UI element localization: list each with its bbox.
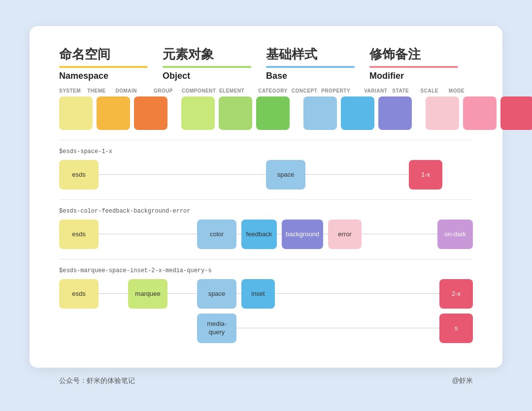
token1-line1 (99, 174, 266, 175)
token-code-3: $esds-marquee-space-inset-2-x-media-quer… (59, 267, 473, 274)
col-label-group: GROUP (154, 88, 178, 94)
token3-scale2: s (439, 314, 473, 343)
token2-system: esds (59, 220, 99, 249)
token-row-2: esds color feedback background error on-… (59, 220, 473, 249)
namespace-en: Namespace (59, 71, 163, 81)
token-section-1: $esds-space-1-x esds space 1-x (59, 148, 473, 190)
token3-line5 (236, 328, 439, 328)
col-label-concept: CONCEPT (292, 88, 317, 94)
col-labels-row: SYSTEM THEME DOMAIN GROUP COMPONENT ELEM… (59, 88, 473, 94)
col-label-mode: MODE (449, 88, 473, 94)
token-section-2: $esds-color-feedback-background-error es… (59, 208, 473, 249)
token-row-3-inner1: esds marquee space inset 2-x (59, 279, 473, 309)
section-object: 元素对象 Object (163, 46, 266, 81)
colorbox-variant (426, 96, 459, 130)
token1-line2 (305, 174, 409, 175)
colorbox-system (59, 96, 93, 130)
col-label-category: CATEGORY (258, 88, 288, 94)
col-label-variant: VARIANT (364, 88, 388, 94)
token2-category: color (197, 220, 236, 249)
token-row-1: esds space 1-x (59, 160, 473, 190)
base-en: Base (266, 71, 369, 81)
token1-scale: 1-x (409, 160, 442, 190)
col-label-scale: SCALE (421, 88, 445, 94)
token-section-3: $esds-marquee-space-inset-2-x-media-quer… (59, 267, 473, 343)
divider-2 (59, 199, 473, 200)
token3-system: esds (59, 279, 99, 309)
object-en: Object (163, 71, 266, 81)
token2-concept: feedback (241, 220, 277, 249)
token-row-3-line1: esds marquee space inset 2-x (59, 279, 473, 309)
token3-category: space (197, 279, 236, 309)
token3-line4 (275, 293, 439, 294)
token-row-3-line2: media-query s (59, 314, 473, 343)
token2-property: background (282, 220, 323, 249)
col-label-theme: THEME (87, 88, 111, 94)
main-divider (59, 140, 473, 140)
base-zh: 基础样式 (266, 46, 369, 63)
col-label-element: ELEMENT (219, 88, 244, 94)
colorbox-category (303, 96, 337, 130)
token2-mode: on-dark (437, 220, 473, 249)
token-code-2: $esds-color-feedback-background-error (59, 208, 473, 215)
base-underline (266, 66, 355, 68)
token2-line4 (323, 234, 328, 234)
token2-line1 (99, 234, 197, 234)
token3-line1 (99, 293, 128, 294)
footer-right: @虾米 (452, 377, 473, 385)
divider-3 (59, 259, 473, 259)
colorbox-property (378, 96, 412, 130)
section-base: 基础样式 Base (266, 46, 369, 81)
modifier-en: Modifier (369, 71, 473, 81)
colorbox-concept (341, 96, 374, 130)
token2-line3 (277, 234, 282, 234)
colorbox-group (181, 96, 215, 130)
namespace-zh: 命名空间 (59, 46, 163, 63)
token3-category2: media-query (197, 314, 236, 343)
token2-variant: error (328, 220, 362, 249)
colorbox-state (463, 96, 497, 130)
namespace-underline (59, 66, 148, 68)
token1-system: esds (59, 160, 99, 190)
modifier-underline (369, 66, 458, 68)
colorbox-domain (134, 96, 167, 130)
token2-line2 (236, 234, 241, 234)
token3-concept: inset (241, 279, 275, 309)
colorbox-scale (500, 96, 532, 130)
section-namespace: 命名空间 Namespace (59, 46, 163, 81)
colorbox-theme (97, 96, 130, 130)
section-headers: 命名空间 Namespace 元素对象 Object 基础样式 Base 修饰备… (59, 46, 473, 81)
col-label-property: PROPERTY (321, 88, 350, 94)
token3-scale1: 2-x (439, 279, 473, 309)
footer: 公众号：虾米的体验笔记 @虾米 (30, 377, 502, 385)
col-label-system: SYSTEM (59, 88, 83, 94)
object-zh: 元素对象 (163, 46, 266, 63)
token1-category: space (266, 160, 305, 190)
col-label-domain: DOMAIN (115, 88, 139, 94)
colorbox-component (219, 96, 252, 130)
token3-group: marquee (128, 279, 167, 309)
modifier-zh: 修饰备注 (369, 46, 473, 63)
token-code-1: $esds-space-1-x (59, 148, 473, 155)
footer-left: 公众号：虾米的体验笔记 (59, 377, 135, 385)
main-card: 命名空间 Namespace 元素对象 Object 基础样式 Base 修饰备… (30, 26, 502, 368)
colorbox-element (256, 96, 290, 130)
col-label-state: STATE (392, 88, 416, 94)
object-underline (163, 66, 251, 68)
color-boxes-row (59, 96, 473, 130)
section-modifier: 修饰备注 Modifier (369, 46, 473, 81)
token3-line2 (167, 293, 197, 294)
token3-line3 (236, 293, 241, 294)
token2-line5 (362, 234, 437, 234)
columns-area: SYSTEM THEME DOMAIN GROUP COMPONENT ELEM… (59, 88, 473, 130)
col-label-component: COMPONENT (182, 88, 215, 94)
